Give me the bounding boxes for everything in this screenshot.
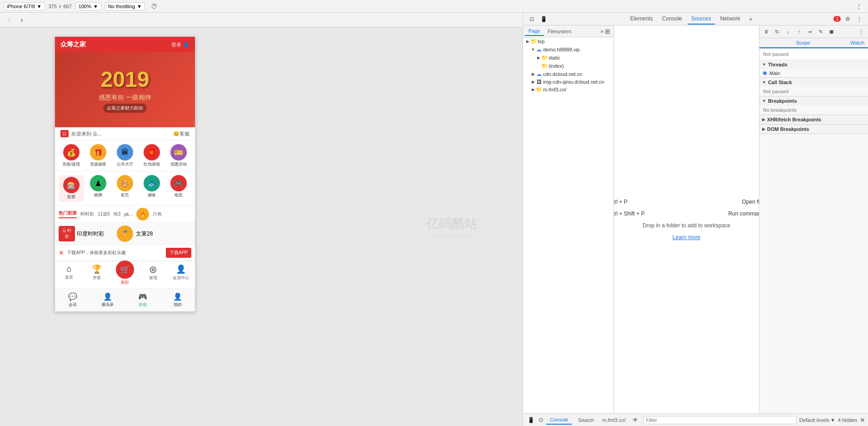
bottom-close-btn[interactable]: ✕ bbox=[860, 416, 865, 424]
throttle-selector[interactable]: No throttling ▼ bbox=[105, 2, 145, 10]
lottery-tab-hot[interactable]: 热门彩票 bbox=[59, 210, 77, 218]
device-dropdown-icon: ▼ bbox=[37, 4, 42, 9]
caipiao-label: 彩票 bbox=[67, 194, 75, 200]
bottom-tab-search[interactable]: Search bbox=[574, 416, 598, 424]
icon-esports[interactable]: 🎮 电竞 bbox=[166, 175, 191, 202]
debugger-more-icon[interactable]: ⋮ bbox=[856, 27, 866, 37]
dbg-step-into-btn[interactable]: ↓ bbox=[783, 27, 793, 37]
tab-elements[interactable]: Elements bbox=[627, 14, 657, 25]
nav-chat[interactable]: 💬 会话 bbox=[55, 291, 90, 310]
nav-member[interactable]: 👤 会员中心 bbox=[167, 263, 195, 286]
dbg-step-btn[interactable]: ⇒ bbox=[805, 27, 815, 37]
dbg-step-out-btn[interactable]: ↑ bbox=[794, 27, 804, 37]
nav-draw[interactable]: 🏆 开奖 bbox=[83, 263, 111, 286]
bottom-eye-icon[interactable]: 👁 bbox=[630, 415, 640, 425]
more-options-icon[interactable]: ⋮ bbox=[853, 1, 864, 12]
nav-discover[interactable]: ◎ 发现 bbox=[139, 263, 167, 286]
tree-item-cdn[interactable]: ▶ ☁ cdn.dcloud.net.cn bbox=[523, 70, 614, 78]
bottom-tab-console[interactable]: Console bbox=[546, 416, 572, 425]
promo-brunei[interactable]: 文莱28 bbox=[136, 230, 191, 238]
bottom-filter-input[interactable] bbox=[643, 416, 797, 424]
tree-item-imgcdn[interactable]: ▶ 🖼 img-cdn-qiniu.dcloud.net.cn bbox=[523, 78, 614, 85]
section-xhr-header[interactable]: ▶ XHR/fetch Breakpoints bbox=[759, 115, 868, 124]
shortcut-drop-folder: Drop in a folder to add to workspace bbox=[643, 222, 730, 229]
icon-caipiao[interactable]: 🎰 彩票 bbox=[59, 175, 84, 202]
tree-item-top[interactable]: ▶ 📁 top bbox=[523, 37, 614, 45]
dbg-step-over-btn[interactable]: ↻ bbox=[772, 27, 782, 37]
tab-sources[interactable]: Sources bbox=[688, 14, 715, 25]
nav-shopping[interactable]: 🛒 购彩 bbox=[111, 263, 139, 286]
learn-more-link[interactable]: Learn more bbox=[673, 234, 700, 241]
dbg-tab-watch[interactable]: Watch bbox=[847, 38, 868, 48]
icon-hall[interactable]: 🏛 公共大厅 bbox=[112, 144, 137, 167]
tree-item-index[interactable]: ▶ 📁 (index) bbox=[523, 62, 614, 70]
tree-folder-static-icon: 📁 bbox=[541, 55, 548, 61]
devtools-inspect-icon[interactable]: ⊡ bbox=[527, 14, 537, 24]
icon-red-packet[interactable]: 🧧 红包游戏 bbox=[140, 144, 165, 167]
lottery-tab-luse[interactable]: 六色 bbox=[153, 211, 162, 217]
lottery-tab-11x5[interactable]: 11选5 bbox=[98, 211, 110, 217]
bottom-levels-dropdown[interactable]: Default levels ▼ bbox=[799, 417, 835, 423]
icon-caiyi[interactable]: 🎨 彩艺 bbox=[112, 175, 137, 202]
zoom-selector[interactable]: 100% ▼ bbox=[75, 2, 101, 10]
dbg-deactivate-btn[interactable]: ✎ bbox=[816, 27, 826, 37]
icon-buyu[interactable]: 🐟 捕鱼 bbox=[140, 175, 165, 202]
icon-lottery-draw[interactable]: 🎁 充值抽奖 bbox=[85, 144, 110, 167]
tree-item-mfmf[interactable]: ▶ 📁 m.fmf3.cn/ bbox=[523, 85, 614, 94]
tree-label-index: (index) bbox=[549, 63, 564, 69]
download-close-btn[interactable]: ✕ bbox=[59, 249, 64, 256]
nav-mine[interactable]: 👤 我的 bbox=[160, 291, 195, 310]
bottom-device-icon[interactable]: 📱 bbox=[526, 415, 536, 425]
nav-contacts[interactable]: 👤 通讯录 bbox=[90, 291, 125, 310]
lottery-tab-pk[interactable]: pk... bbox=[124, 212, 133, 217]
debugger-sections: ▼ Threads Main ▼ bbox=[759, 60, 868, 413]
nav-game[interactable]: 🎮 游戏 bbox=[125, 291, 160, 310]
icon-recharge[interactable]: 💰 充值/提现 bbox=[59, 144, 84, 167]
viewport-scroll[interactable]: 众筹之家 登录 👤 2019 感恩有你 一路相伴 众筹之家财力助你 bbox=[0, 27, 523, 426]
tree-item-static[interactable]: ▶ 📁 static bbox=[523, 54, 614, 62]
section-dom-label: DOM Breakpoints bbox=[767, 126, 809, 132]
section-threads-header[interactable]: ▼ Threads bbox=[759, 60, 868, 69]
dbg-pause-btn[interactable]: ⏸ bbox=[761, 27, 771, 37]
section-breakpoints-header[interactable]: ▼ Breakpoints bbox=[759, 96, 868, 105]
devtools-more-tabs-icon[interactable]: » bbox=[746, 14, 756, 24]
devtools-settings-icon[interactable]: ⚙ bbox=[843, 14, 853, 24]
customer-label[interactable]: 客服 bbox=[180, 130, 190, 137]
shortcut-run-command: Ctrl + Shift + P Run command bbox=[614, 210, 759, 217]
tree-item-demo[interactable]: ▼ ☁ demo.hl8888.vip bbox=[523, 45, 614, 54]
login-button[interactable]: 登录 👤 bbox=[171, 41, 190, 48]
section-call-stack-header[interactable]: ▼ Call Stack bbox=[759, 78, 868, 87]
icon-promo[interactable]: 🎫 优惠活动 bbox=[166, 144, 191, 167]
tab-console[interactable]: Console bbox=[658, 14, 686, 25]
devtools-more-icon[interactable]: ⋮ bbox=[854, 14, 864, 24]
icon-qipai[interactable]: ♟ 棋牌 bbox=[85, 175, 110, 202]
dbg-stop-btn[interactable]: ⏹ bbox=[827, 27, 837, 37]
home-nav-label: 首页 bbox=[65, 275, 73, 281]
chat-nav-icon: 💬 bbox=[68, 292, 77, 301]
esports-icon: 🎮 bbox=[170, 175, 187, 191]
chat-nav-label: 会话 bbox=[69, 302, 77, 308]
back-button[interactable]: ‹ bbox=[4, 15, 15, 25]
timer-icon[interactable]: ⏱ bbox=[149, 1, 160, 12]
nav-home[interactable]: ⌂ 首页 bbox=[55, 263, 83, 286]
file-tree-more-icon[interactable]: » bbox=[600, 28, 604, 35]
download-app-button[interactable]: 下载APP bbox=[166, 248, 191, 258]
forward-button[interactable]: › bbox=[16, 15, 27, 25]
lottery-tab-shishi[interactable]: 时时彩 bbox=[80, 211, 94, 217]
tab-network[interactable]: Network bbox=[717, 14, 744, 25]
dbg-tab-scope[interactable]: Scope bbox=[759, 38, 847, 48]
device-name: iPhone 6/7/8 bbox=[7, 4, 35, 9]
promo-india[interactable]: 云 时彩 印度时时彩 bbox=[59, 226, 114, 241]
lottery-tab-kuai3[interactable]: 快3 bbox=[114, 211, 121, 217]
file-tree-new-icon[interactable]: ⊞ bbox=[604, 27, 612, 35]
file-tab-filesystem[interactable]: Filesystem bbox=[544, 27, 575, 35]
watermark-sub: YMHUZHAN bbox=[426, 233, 477, 238]
bottom-circle-icon[interactable]: ⊙ bbox=[539, 416, 544, 423]
devtools-device-icon[interactable]: 📱 bbox=[539, 14, 549, 24]
promo-divider-icon: 🏅 bbox=[117, 226, 133, 242]
file-tab-page[interactable]: Page bbox=[525, 27, 544, 36]
lottery-special-icon[interactable]: 🔥 bbox=[136, 208, 149, 221]
shortcut-label-run: Run command bbox=[728, 210, 759, 217]
device-selector[interactable]: iPhone 6/7/8 ▼ bbox=[4, 2, 45, 10]
section-dom-header[interactable]: ▶ DOM Breakpoints bbox=[759, 125, 868, 134]
